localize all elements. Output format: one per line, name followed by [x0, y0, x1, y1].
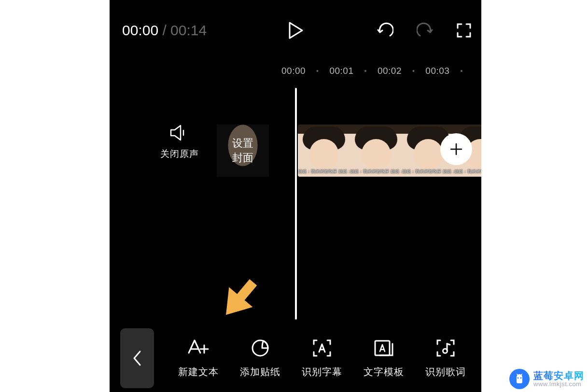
- back-button[interactable]: [120, 328, 154, 388]
- watermark: 蓝莓安卓网 www.lmkjst.com: [509, 369, 584, 389]
- ruler-tick: 00:03: [425, 66, 449, 76]
- tool-recognize-subtitles[interactable]: 识别字幕: [302, 338, 342, 378]
- undo-icon: [377, 22, 393, 39]
- annotation-arrow: [204, 265, 273, 334]
- mute-original-audio[interactable]: 关闭原声: [160, 125, 199, 160]
- tool-add-sticker[interactable]: 添加贴纸: [240, 338, 280, 378]
- recognize-lyrics-icon: [435, 338, 456, 358]
- ruler-tick: 00:00: [281, 66, 306, 76]
- clip-caption: 姐姐：我弟弟敢吃屎 姐姐：我弟弟敢吃屎 姐姐：你弟弟: [298, 168, 350, 175]
- tool-label: 识别字幕: [302, 365, 342, 378]
- clip-frame: 姐姐：我弟弟敢吃屎 姐姐：我弟弟敢吃屎 姐姐：你弟弟: [350, 125, 402, 177]
- tool-label: 识别歌词: [425, 365, 466, 378]
- timeline[interactable]: 关闭原声 设置 封面 姐姐：我弟弟敢吃屎 姐姐：我弟弟敢吃屎 姐姐：你弟弟 姐姐…: [110, 81, 481, 324]
- ruler-tick: 00:02: [378, 66, 402, 76]
- timeline-ruler[interactable]: 00:00 • 00:01 • 00:02 • 00:03 •: [110, 61, 481, 81]
- set-cover-button[interactable]: 设置 封面: [217, 125, 269, 177]
- clip-frame: 姐姐：我弟弟敢吃屎 姐姐：我弟弟敢吃屎 姐姐：你弟弟: [298, 125, 350, 177]
- undo-button[interactable]: [377, 22, 393, 39]
- recognize-subtitles-icon: [312, 338, 332, 358]
- chevron-left-icon: [132, 350, 142, 366]
- tool-label: 新建文本: [178, 365, 219, 378]
- sticker-icon: [251, 338, 270, 358]
- text-toolbar: 新建文本 添加贴纸 识别字幕: [110, 324, 481, 392]
- redo-button[interactable]: [417, 22, 433, 39]
- playhead[interactable]: [295, 88, 297, 320]
- svg-point-4: [520, 378, 522, 379]
- plus-icon: [449, 142, 463, 156]
- tool-label: 添加贴纸: [240, 365, 280, 378]
- watermark-logo-icon: [509, 369, 530, 389]
- text-template-icon: [373, 338, 394, 358]
- clip-caption: 姐姐：我弟弟敢吃屎 姐姐：我弟弟敢吃屎 姐姐：你弟弟: [454, 168, 481, 175]
- svg-rect-1: [375, 341, 390, 355]
- cover-label: 设置 封面: [232, 136, 253, 165]
- svg-point-2: [443, 349, 448, 353]
- ruler-dot: •: [316, 67, 319, 75]
- mute-label: 关闭原声: [160, 148, 199, 160]
- timecode: 00:00 / 00:14: [122, 22, 207, 39]
- tool-label: 文字模板: [364, 365, 404, 378]
- player-controls: [377, 22, 472, 39]
- fullscreen-button[interactable]: [456, 23, 472, 38]
- new-text-icon: [187, 338, 210, 358]
- total-time: 00:14: [170, 22, 207, 38]
- ruler-dot: •: [364, 67, 367, 75]
- current-time: 00:00: [122, 22, 158, 38]
- fullscreen-icon: [456, 23, 472, 38]
- tool-text-template[interactable]: 文字模板: [364, 338, 404, 378]
- ruler-dot: •: [460, 67, 462, 75]
- tool-new-text[interactable]: 新建文本: [178, 338, 219, 378]
- redo-icon: [417, 22, 433, 39]
- watermark-title: 蓝莓安卓网: [533, 370, 584, 381]
- video-editor-app: 00:00 / 00:14: [110, 0, 481, 392]
- clip-caption: 姐姐：我弟弟敢吃屎 姐姐：我弟弟敢吃屎 姐姐：你弟弟: [402, 168, 454, 175]
- watermark-url: www.lmkjst.com: [533, 381, 584, 388]
- arrow-down-icon: [206, 265, 274, 333]
- ruler-dot: •: [412, 67, 415, 75]
- tool-recognize-lyrics[interactable]: 识别歌词: [425, 338, 466, 378]
- play-button[interactable]: [288, 22, 303, 39]
- add-clip-button[interactable]: [440, 133, 472, 165]
- time-sep: /: [158, 22, 170, 38]
- svg-point-3: [518, 378, 519, 379]
- speaker-icon: [170, 125, 189, 141]
- ruler-tick: 00:01: [329, 66, 353, 76]
- clip-caption: 姐姐：我弟弟敢吃屎 姐姐：我弟弟敢吃屎 姐姐：你弟弟: [350, 168, 402, 175]
- play-icon: [288, 22, 303, 39]
- player-bar: 00:00 / 00:14: [110, 0, 481, 61]
